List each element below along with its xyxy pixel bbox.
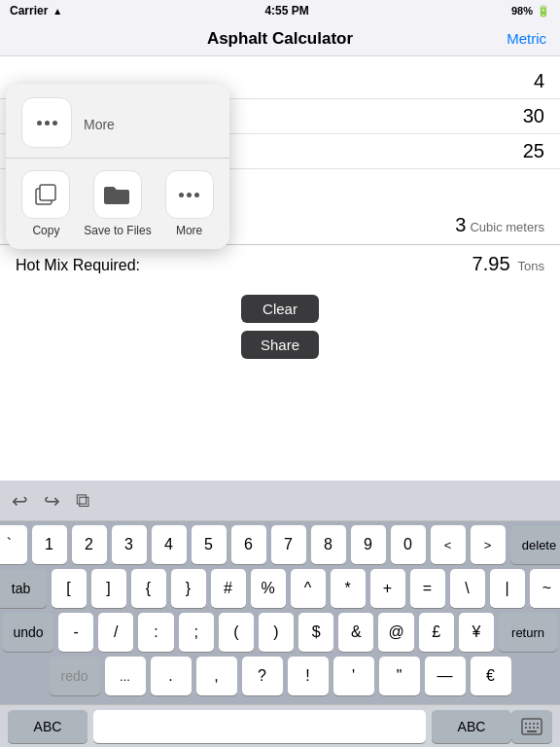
folder-icon xyxy=(93,170,142,219)
redo-key[interactable]: redo xyxy=(50,657,100,695)
svg-rect-9 xyxy=(533,727,535,729)
more-dot-1 xyxy=(179,193,184,197)
metric-toggle[interactable]: Metric xyxy=(507,30,546,47)
key-1[interactable]: 1 xyxy=(32,525,67,564)
key-3[interactable]: 3 xyxy=(112,525,147,564)
key-0[interactable]: 0 xyxy=(391,525,426,564)
key-row-3: undo - / : ; ( ) $ & @ £ ¥ return xyxy=(3,613,557,652)
clear-button[interactable]: Clear xyxy=(241,295,319,323)
key-tilde[interactable]: ~ xyxy=(530,569,561,608)
key-colon[interactable]: : xyxy=(138,613,173,652)
key-euro[interactable]: € xyxy=(471,657,511,695)
input-value-1[interactable]: 4 xyxy=(534,70,544,92)
key-backslash[interactable]: \ xyxy=(450,569,485,608)
key-ellipsis[interactable]: ... xyxy=(105,657,146,695)
svg-rect-6 xyxy=(537,723,539,725)
cubic-meters-unit: Cubic meters xyxy=(470,220,544,234)
key-6[interactable]: 6 xyxy=(231,525,266,564)
key-slash[interactable]: / xyxy=(98,613,133,652)
key-yen[interactable]: ¥ xyxy=(459,613,494,652)
key-2[interactable]: 2 xyxy=(72,525,107,564)
key-pound[interactable]: £ xyxy=(419,613,454,652)
key-semicolon[interactable]: ; xyxy=(179,613,214,652)
key-equals[interactable]: = xyxy=(410,569,445,608)
key-exclaim[interactable]: ! xyxy=(288,657,329,695)
key-quote[interactable]: " xyxy=(379,657,420,695)
share-action-copy[interactable]: Copy xyxy=(17,170,75,237)
key-period[interactable]: . xyxy=(151,657,192,695)
key-apostrophe[interactable]: ' xyxy=(333,657,374,695)
key-plus[interactable]: + xyxy=(370,569,405,608)
key-question[interactable]: ? xyxy=(242,657,283,695)
svg-rect-10 xyxy=(537,727,539,729)
return-key[interactable]: return xyxy=(499,613,557,652)
key-rcurly[interactable]: } xyxy=(171,569,206,608)
more-dot-2 xyxy=(187,193,192,197)
delete-key[interactable]: delete xyxy=(510,525,561,564)
share-action-more[interactable]: More xyxy=(160,170,219,237)
key-minus[interactable]: - xyxy=(58,613,93,652)
carrier-label: Carrier xyxy=(10,4,48,18)
copy-icon xyxy=(21,170,70,219)
time-label: 4:55 PM xyxy=(264,4,308,18)
key-4[interactable]: 4 xyxy=(152,525,187,564)
key-lcurly[interactable]: { xyxy=(131,569,166,608)
key-dollar[interactable]: $ xyxy=(298,613,333,652)
hot-mix-label: Hot Mix Required: xyxy=(16,257,140,274)
key-lbracket[interactable]: [ xyxy=(52,569,87,608)
key-emdash[interactable]: — xyxy=(425,657,466,695)
key-9[interactable]: 9 xyxy=(351,525,386,564)
copy-label: Copy xyxy=(32,224,59,237)
dots-row xyxy=(37,121,57,125)
redo-toolbar-icon[interactable]: ↪ xyxy=(44,489,60,513)
input-value-3[interactable]: 25 xyxy=(523,140,544,162)
share-action-save-files[interactable]: Save to Files xyxy=(84,170,151,237)
key-caret[interactable]: ^ xyxy=(291,569,326,608)
hot-mix-value: 7.95 xyxy=(472,253,510,275)
key-asterisk[interactable]: * xyxy=(331,569,366,608)
key-8[interactable]: 8 xyxy=(311,525,346,564)
key-percent[interactable]: % xyxy=(251,569,286,608)
share-more-icon[interactable] xyxy=(21,97,72,148)
svg-rect-1 xyxy=(40,185,55,200)
key-gt[interactable]: > xyxy=(471,525,506,564)
key-row-4: redo ... . , ? ! ' " — € xyxy=(3,657,557,695)
status-right: 98% 🔋 xyxy=(511,5,550,18)
paste-toolbar-icon[interactable]: ⧉ xyxy=(76,489,89,512)
key-hash[interactable]: # xyxy=(211,569,246,608)
abc-right-key[interactable]: ABC xyxy=(432,710,511,743)
key-pipe[interactable]: | xyxy=(490,569,525,608)
key-lparen[interactable]: ( xyxy=(219,613,254,652)
battery-icon: 🔋 xyxy=(537,5,550,18)
input-value-2[interactable]: 30 xyxy=(523,105,544,127)
space-key[interactable] xyxy=(93,710,426,743)
more-label: More xyxy=(176,224,202,237)
key-7[interactable]: 7 xyxy=(271,525,306,564)
key-backtick[interactable]: ` xyxy=(0,525,27,564)
wifi-icon: ▲ xyxy=(52,6,62,17)
status-bar: Carrier ▲ 4:55 PM 98% 🔋 xyxy=(0,0,560,21)
undo-toolbar-icon[interactable]: ↩ xyxy=(12,489,28,513)
key-lt[interactable]: < xyxy=(431,525,466,564)
more-dots-icon xyxy=(165,170,214,219)
dot-1 xyxy=(37,121,42,125)
share-button[interactable]: Share xyxy=(241,331,319,359)
key-at[interactable]: @ xyxy=(378,613,413,652)
key-rbracket[interactable]: ] xyxy=(91,569,126,608)
save-files-label: Save to Files xyxy=(84,224,151,237)
status-left: Carrier ▲ xyxy=(10,4,62,18)
keyboard-icon[interactable] xyxy=(511,710,552,743)
key-rparen[interactable]: ) xyxy=(259,613,294,652)
key-comma[interactable]: , xyxy=(196,657,237,695)
key-5[interactable]: 5 xyxy=(192,525,227,564)
undo-key[interactable]: undo xyxy=(3,613,53,652)
hot-mix-row: Hot Mix Required: 7.95 Tons xyxy=(0,245,560,283)
tab-key[interactable]: tab xyxy=(0,569,47,608)
svg-rect-3 xyxy=(525,723,527,725)
svg-rect-8 xyxy=(529,727,531,729)
keyboard: ↩ ↪ ⧉ ` 1 2 3 4 5 6 7 8 9 0 < > delete t… xyxy=(0,480,560,747)
svg-rect-4 xyxy=(529,723,531,725)
nav-title: Asphalt Calculator xyxy=(207,29,353,49)
key-ampersand[interactable]: & xyxy=(338,613,373,652)
abc-left-key[interactable]: ABC xyxy=(8,710,88,743)
